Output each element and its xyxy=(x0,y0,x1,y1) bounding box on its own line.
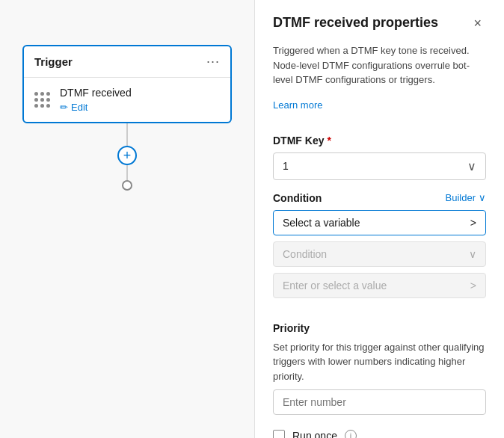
run-once-label: Run once xyxy=(292,430,337,438)
condition-placeholder: Condition xyxy=(283,248,327,260)
priority-input[interactable] xyxy=(273,389,486,415)
description-text: Triggered when a DTMF key tone is receiv… xyxy=(273,43,486,87)
select-variable-chevron-icon: > xyxy=(470,217,476,229)
edit-label: Edit xyxy=(71,102,87,113)
priority-description: Set priority for this trigger against ot… xyxy=(273,340,486,384)
condition-row: Condition Builder ∨ xyxy=(273,192,486,204)
enter-value-dropdown: Enter or select a value > xyxy=(273,273,486,298)
trigger-card: Trigger ··· DTMF received ✏ Edit xyxy=(22,45,232,123)
dtmf-info: DTMF received ✏ Edit xyxy=(60,87,132,113)
edit-pencil-icon: ✏ xyxy=(60,102,68,113)
connector-line-top xyxy=(126,123,128,146)
right-panel: DTMF received properties × Triggered whe… xyxy=(254,0,504,438)
trigger-label: Trigger xyxy=(34,55,73,68)
panel-header: DTMF received properties × xyxy=(273,15,486,31)
priority-section: Priority Set priority for this trigger a… xyxy=(273,322,486,416)
builder-link[interactable]: Builder ∨ xyxy=(446,192,486,203)
dtmf-key-label: DTMF Key * xyxy=(273,135,486,146)
info-icon[interactable]: i xyxy=(345,430,357,438)
edit-link[interactable]: ✏ Edit xyxy=(60,102,132,113)
trigger-card-header: Trigger ··· xyxy=(24,46,230,78)
dtmf-key-value: 1 xyxy=(283,160,289,172)
dtmf-key-section: DTMF Key * 1 ∨ xyxy=(273,135,486,180)
left-panel: Trigger ··· DTMF received ✏ Edit + xyxy=(0,0,254,438)
three-dots-menu[interactable]: ··· xyxy=(206,54,220,70)
condition-label: Condition xyxy=(273,192,322,204)
dtmf-icon xyxy=(34,92,51,108)
connector-line-bottom xyxy=(126,165,128,180)
enter-value-placeholder: Enter or select a value xyxy=(283,280,387,292)
select-variable-label: Select a variable xyxy=(283,217,360,229)
priority-label: Priority xyxy=(273,322,486,334)
builder-label: Builder xyxy=(446,192,476,203)
learn-more-link[interactable]: Learn more xyxy=(273,99,486,111)
panel-title: DTMF received properties xyxy=(273,15,438,31)
condition-section: Condition Builder ∨ Select a variable > … xyxy=(273,192,486,298)
builder-chevron-icon: ∨ xyxy=(479,192,486,203)
close-button[interactable]: × xyxy=(469,15,486,31)
required-star: * xyxy=(327,135,331,146)
add-button[interactable]: + xyxy=(117,146,137,165)
end-circle xyxy=(122,180,132,191)
enter-value-chevron-icon: > xyxy=(470,280,476,292)
trigger-card-body: DTMF received ✏ Edit xyxy=(24,78,230,122)
run-once-checkbox[interactable] xyxy=(273,430,285,438)
dtmf-title: DTMF received xyxy=(60,87,132,99)
dtmf-key-dropdown[interactable]: 1 ∨ xyxy=(273,152,486,180)
run-once-row: Run once i xyxy=(273,430,486,438)
condition-dropdown: Condition ∨ xyxy=(273,241,486,267)
condition-chevron-icon: ∨ xyxy=(469,248,476,260)
select-variable-dropdown[interactable]: Select a variable > xyxy=(273,210,486,235)
chevron-down-icon: ∨ xyxy=(467,159,476,173)
